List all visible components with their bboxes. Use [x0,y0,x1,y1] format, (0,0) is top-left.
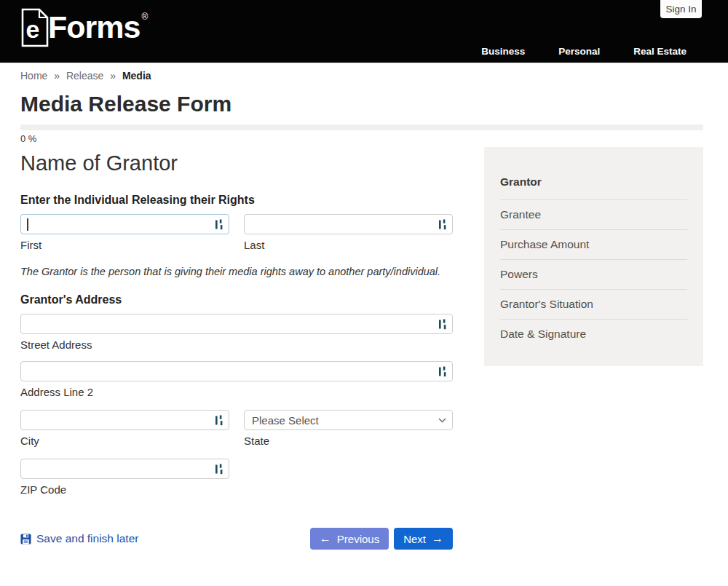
breadcrumb-separator: » [110,70,116,82]
sign-in-button[interactable]: Sign In [660,0,702,18]
zip-code-label: ZIP Code [20,483,229,496]
logo-text: Forms [48,8,140,46]
first-name-label: First [20,239,229,251]
breadcrumb-current: Media [122,70,151,82]
breadcrumb-home[interactable]: Home [20,70,47,82]
nav-business[interactable]: Business [481,46,525,57]
sidebar-item-date-signature[interactable]: Date & Signature [500,320,687,349]
city-label: City [20,435,229,447]
state-select[interactable]: Please Select [244,410,453,430]
first-name-input[interactable] [20,214,229,234]
address-line2-label: Address Line 2 [20,386,453,398]
sidebar-item-grantors-situation[interactable]: Grantor's Situation [500,290,687,320]
text-caret [27,218,28,231]
address-section-label: Grantor's Address [20,293,453,306]
name-question-label: Enter the Individual Releasing their Rig… [20,194,453,207]
city-input[interactable] [20,410,229,430]
grantor-note: The Grantor is the person that is giving… [20,266,453,277]
breadcrumb-separator: » [54,70,60,82]
main-nav: Business Personal Real Estate [481,46,687,57]
previous-button[interactable]: ← Previous [310,528,389,550]
logo-letter: e [26,15,40,43]
page-title: Media Release Form [20,91,703,117]
last-name-label: Last [244,239,453,251]
sidebar-item-grantee[interactable]: Grantee [500,200,687,230]
eforms-logo[interactable]: e Forms ® [20,8,148,47]
address-line2-input[interactable] [20,361,453,381]
street-address-label: Street Address [20,338,453,351]
sidebar-item-grantor[interactable]: Grantor [500,165,687,200]
arrow-left-icon: ← [320,533,331,545]
state-label: State [244,435,453,447]
progress-bar [20,124,703,130]
save-finish-later-link[interactable]: Save and finish later [20,532,138,545]
sidebar-item-powers[interactable]: Powers [500,260,687,290]
save-link-label: Save and finish later [36,532,138,545]
step-title: Name of Grantor [20,150,453,176]
sidebar-item-purchase-amount[interactable]: Purchase Amount [500,230,687,260]
zip-code-input[interactable] [20,459,229,479]
next-button[interactable]: Next → [394,528,453,550]
steps-sidebar: Grantor Grantee Purchase Amount Powers G… [484,147,703,366]
breadcrumb-release[interactable]: Release [66,70,103,82]
document-icon: e [20,8,50,47]
breadcrumb: Home » Release » Media [20,70,703,82]
arrow-right-icon: → [432,533,443,545]
site-header: e Forms ® Sign In Business Personal Real… [0,0,728,63]
previous-label: Previous [337,533,379,545]
last-name-input[interactable] [244,214,453,234]
nav-personal[interactable]: Personal [558,46,600,57]
registered-mark: ® [141,12,148,21]
save-floppy-icon [20,534,31,545]
street-address-input[interactable] [20,314,453,334]
nav-real-estate[interactable]: Real Estate [633,46,687,57]
progress-percent: 0 % [20,133,703,144]
next-label: Next [403,533,426,545]
